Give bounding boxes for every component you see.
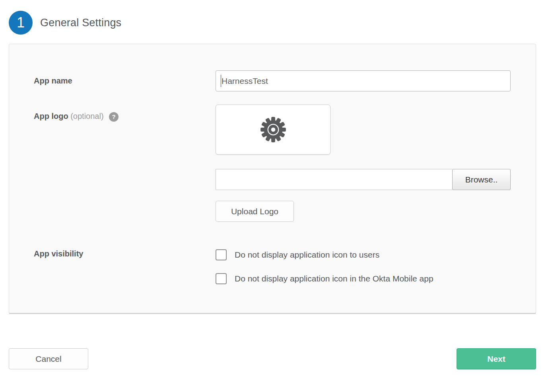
wizard-footer: Cancel Next [9, 348, 536, 369]
question-mark-icon[interactable]: ? [109, 112, 119, 122]
page-title: General Settings [40, 17, 121, 29]
logo-preview-box [216, 105, 330, 155]
app-name-input[interactable] [216, 70, 511, 91]
text-caret [221, 75, 221, 87]
general-settings-page: 1 General Settings App name App logo (op… [0, 0, 552, 369]
step-number-badge: 1 [9, 11, 33, 35]
step-header: 1 General Settings [9, 11, 552, 35]
next-button[interactable]: Next [457, 348, 536, 369]
general-settings-panel: App name App logo (optional) ? [9, 44, 536, 314]
cancel-button[interactable]: Cancel [9, 348, 88, 369]
checkbox-label[interactable]: Do not display application icon to users [235, 250, 379, 260]
optional-note: (optional) [70, 112, 103, 120]
logo-file-path-field[interactable] [216, 169, 452, 190]
visibility-options: Do not display application icon to users… [216, 249, 433, 284]
gear-icon [258, 114, 288, 145]
logo-file-picker: Browse.. [216, 169, 511, 190]
checkbox-label[interactable]: Do not display application icon in the O… [235, 274, 433, 283]
checkbox-hide-icon-okta-mobile[interactable] [216, 273, 227, 284]
app-logo-label: App logo (optional) ? [9, 105, 216, 155]
browse-button[interactable]: Browse.. [452, 169, 511, 190]
app-visibility-label: App visibility [9, 249, 216, 284]
app-logo-row: App logo (optional) ? [9, 105, 536, 155]
app-name-row: App name [9, 70, 536, 91]
visibility-option-users[interactable]: Do not display application icon to users [216, 249, 433, 260]
checkbox-hide-icon-users[interactable] [216, 249, 227, 260]
upload-logo-button[interactable]: Upload Logo [216, 201, 294, 222]
visibility-option-okta-mobile[interactable]: Do not display application icon in the O… [216, 273, 433, 284]
app-visibility-row: App visibility Do not display applicatio… [9, 249, 536, 284]
app-name-label: App name [9, 70, 216, 91]
